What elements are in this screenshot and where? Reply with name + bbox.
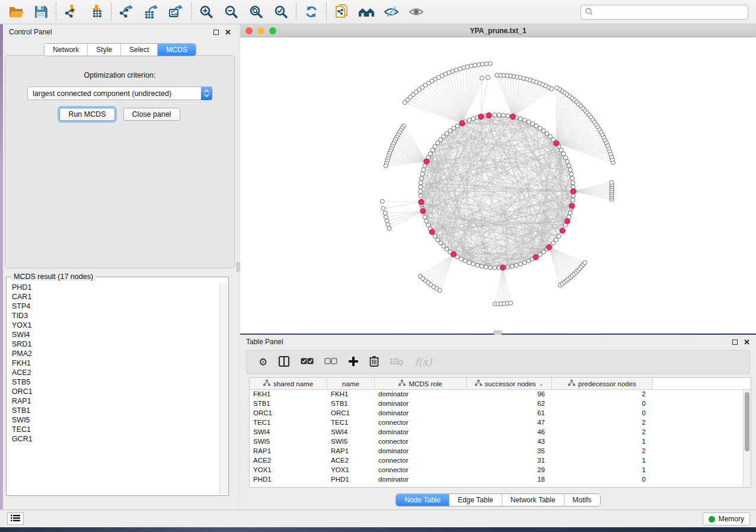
run-mcds-button[interactable]: Run MCDS xyxy=(59,108,114,121)
search-input[interactable] xyxy=(594,7,748,18)
result-node-item[interactable]: SWI5 xyxy=(7,415,219,425)
tab-node-table[interactable]: Node Table xyxy=(396,494,449,506)
tab-network-table[interactable]: Network Table xyxy=(502,494,564,506)
result-node-item[interactable]: SWI4 xyxy=(7,330,219,339)
clear-selection-button[interactable] xyxy=(324,358,337,367)
result-node-item[interactable]: SRD1 xyxy=(7,339,219,349)
zoom-in-button[interactable] xyxy=(194,2,219,22)
result-node-item[interactable]: CAR1 xyxy=(7,292,219,302)
delete-row-button[interactable] xyxy=(369,355,379,368)
cell-shared-name: ACE2 xyxy=(250,456,327,466)
table-row[interactable]: SWI5SWI5connector431 xyxy=(250,437,743,447)
table-toolbar: ⚙f(x) xyxy=(246,350,750,374)
show-graphics-button[interactable] xyxy=(404,2,429,22)
cell-predecessor-nodes: 2 xyxy=(552,428,653,437)
network-titlebar: YPA_prune.txt_1 xyxy=(240,24,756,37)
status-bar: Memory xyxy=(0,509,756,527)
result-node-item[interactable]: TID3 xyxy=(7,311,219,321)
result-node-item[interactable]: RAP1 xyxy=(7,396,219,406)
column-header-shared-name[interactable]: shared name xyxy=(250,378,327,389)
result-node-item[interactable]: ACE2 xyxy=(7,368,219,377)
settings-button[interactable]: ⚙ xyxy=(259,357,267,367)
tab-style[interactable]: Style xyxy=(87,44,120,56)
tab-motifs[interactable]: Motifs xyxy=(564,494,600,506)
table-row[interactable]: ACE2ACE2connector311 xyxy=(250,456,743,466)
tab-edge-table[interactable]: Edge Table xyxy=(449,494,502,506)
close-table-panel-icon[interactable]: ✕ xyxy=(744,338,750,346)
result-node-item[interactable]: PMA2 xyxy=(7,349,219,358)
result-node-item[interactable]: PHD1 xyxy=(7,283,219,292)
table-row[interactable]: YOX1YOX1connector291 xyxy=(250,466,743,475)
column-header-successor-nodes[interactable]: successor nodes⌄ xyxy=(467,378,552,389)
result-node-item[interactable]: TEC1 xyxy=(7,425,219,434)
table-row[interactable]: FKH1FKH1dominator962 xyxy=(250,390,743,399)
close-panel-icon[interactable]: ✕ xyxy=(225,28,231,36)
toolbar-separator xyxy=(56,3,56,21)
column-header-name[interactable]: name xyxy=(327,378,375,389)
column-header-MCDS-role[interactable]: MCDS role xyxy=(375,378,467,389)
table-row[interactable]: RAP1RAP1dominator352 xyxy=(250,447,743,456)
table-row[interactable]: STB1STB1dominator620 xyxy=(250,399,743,409)
refresh-view-icon xyxy=(304,4,319,20)
cell-shared-name: SWI4 xyxy=(250,428,327,437)
export-image-button[interactable] xyxy=(164,2,189,22)
table-row[interactable]: SWI4SWI4dominator462 xyxy=(250,428,743,437)
zoom-selected-button[interactable] xyxy=(269,2,294,22)
export-network-button[interactable] xyxy=(114,2,139,22)
import-network-button[interactable] xyxy=(59,2,84,22)
tab-select[interactable]: Select xyxy=(120,44,157,56)
add-row-button[interactable] xyxy=(348,356,359,368)
import-table-icon xyxy=(88,4,104,20)
cell-name: ORC1 xyxy=(327,409,375,418)
tab-mcds[interactable]: MCDS xyxy=(157,44,195,56)
network-canvas[interactable] xyxy=(240,37,756,334)
table-scrollbar-thumb[interactable] xyxy=(745,392,749,451)
result-node-item[interactable]: FKH1 xyxy=(7,358,219,368)
memory-button[interactable]: Memory xyxy=(703,512,750,525)
hide-graphics-button[interactable] xyxy=(379,2,404,22)
task-history-button[interactable] xyxy=(7,512,24,525)
hierarchy-icon xyxy=(263,380,270,387)
table-row[interactable]: TEC1TEC1connector472 xyxy=(250,418,743,428)
float-panel-icon[interactable] xyxy=(213,30,219,35)
column-header-predecessor-nodes[interactable]: predecessor nodes xyxy=(552,378,653,389)
result-node-item[interactable]: STP4 xyxy=(7,302,219,311)
mcds-result-list[interactable]: PHD1CAR1STP4TID3YOX1SWI4SRD1PMA2FKH1ACE2… xyxy=(7,283,219,495)
table-scrollbar[interactable] xyxy=(743,390,751,487)
float-table-panel-icon[interactable] xyxy=(732,339,738,345)
network-graph[interactable] xyxy=(240,37,755,334)
criterion-select[interactable]: largest connected component (undirected) xyxy=(27,86,212,100)
clear-selection-icon xyxy=(324,358,337,367)
result-node-item[interactable]: STB1 xyxy=(7,406,219,415)
refresh-view-button[interactable] xyxy=(299,2,324,22)
result-node-item[interactable]: STB5 xyxy=(7,377,219,387)
cell-successor-nodes: 31 xyxy=(467,456,552,466)
optimization-criterion-label: Optimization criterion: xyxy=(5,71,234,79)
columns-button[interactable] xyxy=(278,355,290,369)
close-panel-button[interactable]: Close panel xyxy=(123,108,180,121)
table-row[interactable]: PHD1PHD1dominator180 xyxy=(250,475,743,485)
zoom-out-button[interactable] xyxy=(219,2,244,22)
tab-network[interactable]: Network xyxy=(44,44,87,56)
criterion-selected-value: largest connected component (undirected) xyxy=(28,89,202,98)
export-table-button[interactable] xyxy=(139,2,164,22)
open-file-button[interactable] xyxy=(4,2,28,22)
result-node-item[interactable]: YOX1 xyxy=(7,321,219,330)
result-scrollbar[interactable] xyxy=(219,283,228,495)
cell-MCDS-role: dominator xyxy=(375,399,467,409)
column-label: predecessor nodes xyxy=(578,380,636,387)
cell-MCDS-role: dominator xyxy=(375,409,467,418)
save-session-button[interactable] xyxy=(28,2,53,22)
select-all-button[interactable] xyxy=(301,358,314,367)
cell-successor-nodes: 18 xyxy=(467,475,552,485)
result-node-item[interactable]: ORC1 xyxy=(7,387,219,396)
table-row[interactable]: ORC1ORC1dominator610 xyxy=(250,409,743,418)
zoom-fit-button[interactable] xyxy=(244,2,269,22)
network-home-button[interactable] xyxy=(354,2,379,22)
cell-shared-name: YOX1 xyxy=(250,466,327,475)
result-node-item[interactable]: GCR1 xyxy=(7,434,219,444)
cell-name: FKH1 xyxy=(327,390,375,399)
import-table-button[interactable] xyxy=(84,2,109,22)
cell-MCDS-role: connector xyxy=(375,466,467,475)
share-document-button[interactable] xyxy=(329,2,354,22)
